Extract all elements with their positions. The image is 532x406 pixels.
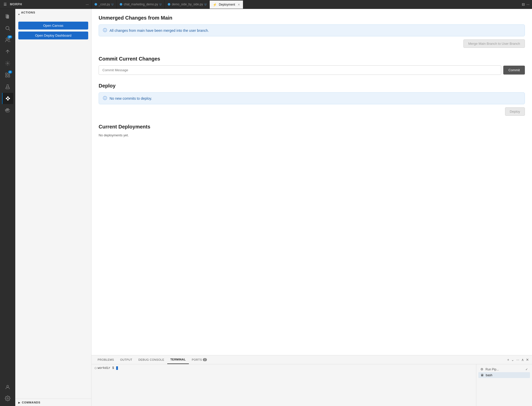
sidebar-item-account[interactable] — [2, 382, 13, 393]
actions-section-title: ACTIONS — [21, 11, 35, 14]
terminal-controls: + ⌄ ··· ∧ ✕ — [507, 358, 529, 362]
new-terminal-icon[interactable]: + — [507, 358, 509, 362]
tab-label: chat_marketing_demo.py — [124, 3, 158, 6]
sidebar-bottom — [2, 382, 13, 404]
deploy-info-message: No new commits to deploy. — [110, 96, 152, 100]
tab-demo-side[interactable]: demo_side_by_side.py U — [165, 0, 210, 9]
users-badge: 37 — [7, 35, 12, 38]
commit-message-input[interactable] — [99, 65, 501, 75]
runpip-check-icon: ✓ — [525, 368, 528, 371]
info-icon: ⓘ — [103, 96, 107, 101]
tab-bar: ☰ MORPH ··· _cost.py U chat_marketing_de… — [0, 0, 532, 9]
terminal-prompt-text: workdir $ — [98, 366, 114, 370]
svg-point-27 — [7, 398, 8, 399]
unmerged-info-box: ⓘ All changes from main have been merged… — [99, 24, 525, 36]
python-icon — [168, 3, 170, 6]
sidebar-item-settings[interactable] — [2, 393, 13, 404]
python-icon — [95, 3, 97, 6]
tab-modified-indicator: U — [205, 3, 206, 6]
unmerged-changes-section: Unmerged Changes from Main ⓘ All changes… — [99, 15, 525, 48]
svg-point-26 — [7, 385, 8, 387]
more-options-icon[interactable]: ··· — [86, 2, 89, 6]
svg-rect-25 — [8, 109, 9, 110]
sidebar-item-files[interactable] — [2, 11, 13, 22]
sidebar-item-docker[interactable] — [2, 105, 13, 116]
svg-point-13 — [6, 98, 7, 99]
split-editor-icon[interactable]: ⊟ — [522, 2, 525, 6]
sidebar-item-gear-cog[interactable] — [2, 58, 13, 69]
deploy-info-box: ⓘ No new commits to deploy. — [99, 92, 525, 104]
svg-rect-8 — [5, 73, 7, 75]
merge-btn-row: Merge Main Branch to User Branch — [99, 39, 525, 48]
svg-point-2 — [6, 26, 9, 30]
tab-problems[interactable]: PROBLEMS — [95, 355, 117, 364]
svg-point-5 — [8, 38, 10, 40]
main-layout: 37 2 ▾ — [0, 9, 532, 406]
commands-header[interactable]: ▶ COMMANDS — [18, 401, 88, 404]
deploy-section-title: Deploy — [99, 83, 525, 89]
runpip-icon: ⚙ — [480, 367, 483, 371]
tab-chat-marketing[interactable]: chat_marketing_demo.py U — [117, 0, 165, 9]
terminal-bash-item[interactable]: 🖥 bash — [478, 372, 530, 378]
terminal-more-icon[interactable]: ··· — [516, 358, 519, 362]
unmerged-info-message: All changes from main have been merged i… — [110, 28, 209, 33]
svg-point-15 — [9, 98, 10, 99]
terminal-runpip-item[interactable]: ⚙ Run Pip... ✓ — [478, 366, 530, 372]
terminal-main[interactable]: workdir $ — [92, 364, 476, 406]
sidebar-item-deploy-arrow[interactable] — [2, 46, 13, 57]
commit-button[interactable]: Commit — [503, 66, 525, 75]
terminal-body: workdir $ ⚙ Run Pip... ✓ 🖥 bash — [92, 364, 532, 406]
tab-bar-left: ☰ MORPH ··· — [0, 0, 92, 9]
ports-badge: 2 — [203, 358, 207, 361]
runpip-label: Run Pip... — [485, 368, 499, 371]
deploy-button[interactable]: Deploy — [505, 107, 525, 116]
tab-cost-py[interactable]: _cost.py U — [92, 0, 117, 9]
terminal-tabs-bar: PROBLEMS OUTPUT DEBUG CONSOLE TERMINAL P… — [92, 355, 532, 364]
split-terminal-icon[interactable]: ⌄ — [511, 358, 514, 362]
hamburger-icon[interactable]: ☰ — [3, 1, 8, 7]
tab-label: Deployment — [219, 3, 235, 6]
open-deploy-button[interactable]: Open Deploy Dashboard — [18, 32, 88, 39]
sidebar-item-flask[interactable] — [2, 81, 13, 92]
deployments-section: Current Deployments No deployments yet. — [99, 124, 525, 137]
merge-main-branch-button[interactable]: Merge Main Branch to User Branch — [463, 39, 525, 48]
sidebar-item-extensions[interactable]: 2 — [2, 69, 13, 81]
svg-line-19 — [8, 99, 9, 100]
open-canvas-button[interactable]: Open Canvas — [18, 22, 88, 30]
tab-debug-console[interactable]: DEBUG CONSOLE — [135, 355, 168, 364]
tab-close-icon[interactable]: ✕ — [238, 3, 240, 6]
commands-arrow-icon: ▶ — [18, 401, 20, 404]
tab-terminal[interactable]: TERMINAL — [167, 355, 189, 364]
svg-rect-1 — [6, 15, 9, 19]
more-tabs-icon[interactable]: ··· — [526, 2, 529, 6]
sidebar-item-search[interactable] — [2, 23, 13, 34]
tab-modified-indicator: U — [112, 3, 113, 6]
svg-rect-24 — [6, 109, 7, 110]
bash-icon: 🖥 — [480, 373, 484, 377]
tab-extra-actions: ⊟ ··· — [519, 2, 532, 6]
main-content: Unmerged Changes from Main ⓘ All changes… — [92, 9, 532, 406]
commit-section-title: Commit Current Changes — [99, 56, 525, 62]
terminal-cursor — [116, 366, 118, 370]
sidebar-item-users[interactable]: 37 — [2, 34, 13, 46]
svg-point-4 — [6, 38, 8, 40]
tab-output[interactable]: OUTPUT — [117, 355, 135, 364]
svg-line-18 — [8, 97, 9, 98]
svg-rect-10 — [5, 76, 7, 77]
deploy-section: Deploy ⓘ No new commits to deploy. Deplo… — [99, 83, 525, 116]
deployment-icon: ⚡ — [213, 3, 217, 7]
terminal-maximize-icon[interactable]: ∧ — [521, 358, 524, 362]
terminal-close-icon[interactable]: ✕ — [526, 358, 529, 362]
info-icon: ⓘ — [103, 28, 107, 33]
left-panel: ▾ ACTIONS Open Canvas Open Deploy Dashbo… — [15, 9, 92, 406]
tab-ports[interactable]: PORTS 2 — [189, 355, 210, 364]
commands-label: COMMANDS — [22, 401, 40, 404]
tab-deployment[interactable]: ⚡ Deployment ✕ — [210, 0, 243, 9]
svg-point-7 — [7, 63, 8, 64]
svg-rect-11 — [8, 76, 9, 77]
tab-modified-indicator: U — [160, 3, 161, 6]
sidebar-item-morph[interactable] — [2, 93, 13, 104]
actions-section-header[interactable]: ▾ ACTIONS — [15, 9, 91, 20]
terminal-circle-icon — [95, 367, 97, 369]
panel-bottom: ▶ COMMANDS — [15, 399, 91, 406]
